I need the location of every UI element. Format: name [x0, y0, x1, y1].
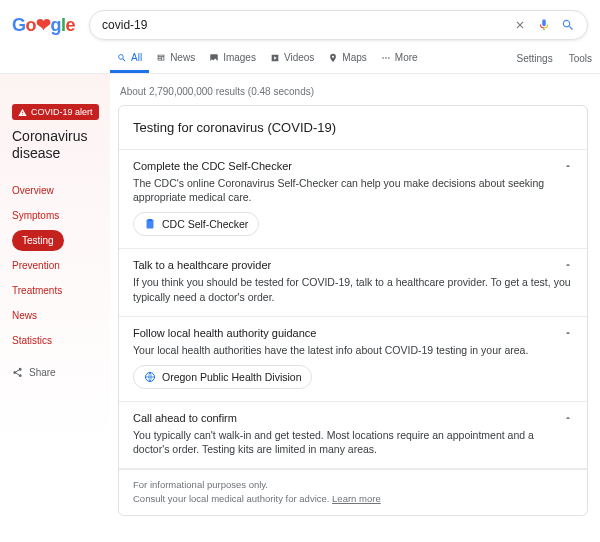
sidebar-item-prevention[interactable]: Prevention	[12, 255, 102, 276]
tab-maps[interactable]: Maps	[321, 44, 373, 73]
search-icon	[117, 53, 127, 63]
sidebar-item-statistics[interactable]: Statistics	[12, 330, 102, 351]
section-header[interactable]: Complete the CDC Self-Checker	[133, 160, 573, 172]
oregon-health-chip[interactable]: Oregon Public Health Division	[133, 365, 312, 389]
sidebar-title: Coronavirus disease	[12, 128, 102, 162]
card-footer: For informational purposes only. Consult…	[119, 469, 587, 515]
search-bar[interactable]	[89, 10, 588, 40]
clear-icon[interactable]	[511, 19, 529, 31]
news-icon	[156, 53, 166, 63]
svg-point-2	[388, 57, 390, 59]
chip-label: CDC Self-Checker	[162, 218, 248, 230]
tab-label: All	[131, 52, 142, 63]
sidebar-item-treatments[interactable]: Treatments	[12, 280, 102, 301]
chip-label: Oregon Public Health Division	[162, 371, 301, 383]
section-body: If you think you should be tested for CO…	[133, 275, 573, 303]
sidebar-item-news[interactable]: News	[12, 305, 102, 326]
tab-images[interactable]: Images	[202, 44, 263, 73]
images-icon	[209, 53, 219, 63]
tab-label: Maps	[342, 52, 366, 63]
share-icon	[12, 367, 23, 378]
testing-card: Testing for coronavirus (COVID-19) Compl…	[118, 105, 588, 516]
main: COVID-19 alert Coronavirus disease Overv…	[0, 74, 600, 542]
tabs-row: All News Images Videos Maps More Setting…	[0, 44, 600, 74]
section-heading: Complete the CDC Self-Checker	[133, 160, 292, 172]
section-heading: Call ahead to confirm	[133, 412, 237, 424]
share-label: Share	[29, 367, 56, 378]
clipboard-icon	[144, 218, 156, 230]
sidebar: COVID-19 alert Coronavirus disease Overv…	[0, 74, 110, 542]
footer-line1: For informational purposes only.	[133, 478, 573, 491]
section-header[interactable]: Call ahead to confirm	[133, 412, 573, 424]
learn-more-link[interactable]: Learn more	[332, 493, 381, 504]
tab-more[interactable]: More	[374, 44, 425, 73]
chevron-up-icon	[563, 260, 573, 270]
chevron-up-icon	[563, 328, 573, 338]
tab-label: More	[395, 52, 418, 63]
sidebar-item-symptoms[interactable]: Symptoms	[12, 205, 102, 226]
svg-point-0	[382, 57, 384, 59]
mic-icon[interactable]	[535, 18, 553, 32]
globe-icon	[144, 371, 156, 383]
section-body: You typically can't walk-in and get test…	[133, 428, 573, 456]
section-healthcare-provider: Talk to a healthcare provider If you thi…	[119, 249, 587, 316]
google-logo[interactable]: Go❤gle	[12, 14, 89, 36]
tab-label: News	[170, 52, 195, 63]
header: Go❤gle	[0, 0, 600, 44]
chevron-up-icon	[563, 413, 573, 423]
card-title: Testing for coronavirus (COVID-19)	[119, 106, 587, 150]
svg-point-1	[385, 57, 387, 59]
settings-link[interactable]: Settings	[509, 45, 561, 72]
result-stats: About 2,790,000,000 results (0.48 second…	[118, 82, 588, 105]
alert-label: COVID-19 alert	[31, 107, 93, 117]
section-body: Your local health authorities have the l…	[133, 343, 573, 357]
tab-label: Images	[223, 52, 256, 63]
section-heading: Talk to a healthcare provider	[133, 259, 271, 271]
tab-all[interactable]: All	[110, 44, 149, 73]
alert-icon	[18, 108, 27, 117]
tab-videos[interactable]: Videos	[263, 44, 321, 73]
tools-link[interactable]: Tools	[561, 45, 600, 72]
section-header[interactable]: Follow local health authority guidance	[133, 327, 573, 339]
sidebar-item-testing[interactable]: Testing	[12, 230, 64, 251]
maps-icon	[328, 53, 338, 63]
tab-label: Videos	[284, 52, 314, 63]
section-cdc-checker: Complete the CDC Self-Checker The CDC's …	[119, 150, 587, 249]
section-heading: Follow local health authority guidance	[133, 327, 316, 339]
search-icon[interactable]	[559, 18, 577, 32]
videos-icon	[270, 53, 280, 63]
content: About 2,790,000,000 results (0.48 second…	[110, 74, 600, 528]
tab-news[interactable]: News	[149, 44, 202, 73]
chevron-up-icon	[563, 161, 573, 171]
svg-rect-4	[148, 219, 152, 221]
section-local-authority: Follow local health authority guidance Y…	[119, 317, 587, 402]
section-header[interactable]: Talk to a healthcare provider	[133, 259, 573, 271]
cdc-self-checker-chip[interactable]: CDC Self-Checker	[133, 212, 259, 236]
search-input[interactable]	[100, 17, 505, 33]
section-body: The CDC's online Coronavirus Self-Checke…	[133, 176, 573, 204]
covid-alert-badge: COVID-19 alert	[12, 104, 99, 120]
more-icon	[381, 53, 391, 63]
footer-line2: Consult your local medical authority for…	[133, 493, 332, 504]
section-call-ahead: Call ahead to confirm You typically can'…	[119, 402, 587, 469]
share-button[interactable]: Share	[12, 367, 102, 378]
sidebar-item-overview[interactable]: Overview	[12, 180, 102, 201]
